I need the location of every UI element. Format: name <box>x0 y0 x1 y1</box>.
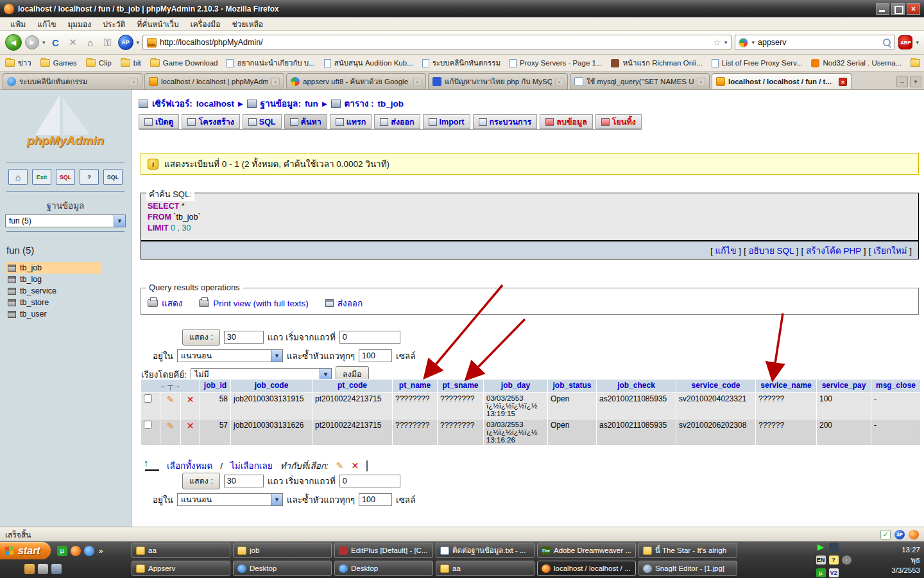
task-button[interactable]: EditPlus [Default] - [C... <box>334 543 433 558</box>
utorrent-tray-icon[interactable]: µ <box>816 568 826 577</box>
green-arrow-tray-icon[interactable]: ▶ <box>816 543 826 552</box>
tab-close-icon[interactable]: × <box>130 78 138 86</box>
sidebar-item-tb-store[interactable]: tb_store <box>5 297 101 308</box>
column-header[interactable]: job_status <box>548 380 597 393</box>
search-input[interactable]: appserv <box>758 38 879 47</box>
tab-sql[interactable]: SQL <box>243 114 282 129</box>
menu-tools[interactable]: เครื่องมือ <box>185 17 226 31</box>
column-header[interactable]: service_name <box>756 380 817 393</box>
start-button[interactable]: start <box>0 542 51 559</box>
bookmark-item[interactable]: อยากแน่ะนำเกียวกับ บ... <box>227 57 314 69</box>
tab-drop[interactable]: โยนทิ้ง <box>595 114 642 129</box>
tray-collapse-chevron[interactable]: ‹ <box>842 556 851 565</box>
create-php-code-link[interactable]: สร้างโค้ด PHP <box>801 243 866 258</box>
status-check-icon[interactable]: ✓ <box>880 530 891 539</box>
mode-select[interactable]: แนวนอน <box>177 349 283 362</box>
adblock-icon[interactable]: ABP <box>898 35 912 49</box>
delete-selected-icon[interactable]: ✕ <box>351 460 359 471</box>
bookmark-item[interactable]: Clip <box>86 59 112 67</box>
tab-list-dropdown-icon[interactable]: ▾ <box>910 76 921 87</box>
task-button[interactable]: ติดต่อฐานข้อมูล.txt - ... <box>436 543 535 558</box>
home-icon[interactable]: ⌂ <box>8 169 28 185</box>
url-dropdown-icon[interactable]: ▾ <box>724 39 728 46</box>
menu-edit[interactable]: แก้ไข <box>32 17 61 31</box>
export-selected-icon[interactable] <box>366 461 368 471</box>
explain-sql-link[interactable]: อธิบาย SQL <box>744 243 799 258</box>
column-header[interactable]: msg_close <box>871 380 921 393</box>
task-button[interactable]: Appserv <box>132 561 230 576</box>
back-button[interactable]: ◄ <box>5 34 22 51</box>
row-select-checkbox[interactable] <box>144 394 152 403</box>
check-all-link[interactable]: เลือกทั้งหมด <box>167 459 212 473</box>
tab-close-icon[interactable]: × <box>697 78 705 86</box>
print-view-link[interactable]: แสดง <box>148 296 182 310</box>
firefox-quicklaunch-icon[interactable] <box>71 546 81 556</box>
task-button[interactable]: Desktop <box>334 561 433 576</box>
database-heading[interactable]: fun (5) <box>0 236 131 262</box>
menu-file[interactable]: แฟ้ม <box>5 17 31 31</box>
show-button[interactable]: แสดง : <box>182 473 220 489</box>
menu-bookmarks[interactable]: ที่คั่นหน้าเว็บ <box>132 17 184 31</box>
column-header[interactable]: pt_code <box>312 380 393 393</box>
search-magnifier-icon[interactable] <box>882 38 891 47</box>
column-header[interactable]: pt_sname <box>438 380 484 393</box>
abp-dropdown-icon[interactable]: ▾ <box>916 39 919 46</box>
tab-export[interactable]: ส่งออก <box>374 114 420 129</box>
history-dropdown-icon[interactable]: ▾ <box>42 39 46 46</box>
home-icon[interactable]: ⌂ <box>83 35 98 49</box>
task-button[interactable]: นี้ The Star - It's alrigh <box>638 543 737 558</box>
row-select-checkbox[interactable] <box>144 421 152 429</box>
query-window-icon[interactable]: SQL <box>103 169 123 185</box>
tab-close-icon[interactable]: × <box>555 78 563 86</box>
close-button[interactable]: × <box>907 3 920 15</box>
tab-empty[interactable]: ลบข้อมูล <box>540 114 593 129</box>
utorrent-quicklaunch-icon[interactable]: µ <box>57 546 67 556</box>
sidebar-item-tb-user[interactable]: tb_user <box>5 308 101 320</box>
maximize-button[interactable] <box>891 3 905 15</box>
delete-row-icon[interactable]: ✕ <box>184 394 197 405</box>
sql-window-icon[interactable]: SQL <box>56 169 75 185</box>
browser-tab[interactable]: localhost / localhost | phpMyAdmin 2...× <box>144 73 284 89</box>
menu-help[interactable]: ช่วยเหลือ <box>227 17 268 31</box>
ap-dropdown-icon[interactable]: ▾ <box>137 39 140 46</box>
export-link[interactable]: ส่งออก <box>325 296 363 310</box>
reload-icon[interactable]: C <box>49 35 63 49</box>
tab-close-icon[interactable]: × <box>839 78 847 86</box>
server2-quicklaunch-icon[interactable] <box>51 564 62 574</box>
bookmark-item[interactable]: Games <box>40 59 77 67</box>
bookmark-item[interactable]: ข่าว <box>5 57 31 69</box>
rows-input[interactable] <box>224 475 264 487</box>
search-engine-dropdown-icon[interactable]: ▾ <box>751 39 755 46</box>
browser-tab-active[interactable]: localhost / localhost / fun / t...× <box>712 73 851 89</box>
messenger-quicklaunch-icon[interactable] <box>84 546 94 556</box>
task-button[interactable]: DwAdobe Dreamweaver ... <box>537 543 636 558</box>
tab-import[interactable]: Import <box>423 114 470 129</box>
help-tray-icon[interactable]: ? <box>829 556 839 565</box>
sidebar-item-tb-job[interactable]: tb_job <box>5 262 101 274</box>
clock[interactable]: 13:27 พุธ 3/3/2553 <box>891 545 920 575</box>
refresh-link[interactable]: เรียกใหม่ <box>869 243 912 258</box>
start-row-input[interactable] <box>339 475 400 487</box>
breadcrumb-table-link[interactable]: tb_job <box>378 99 404 109</box>
mode-select[interactable]: แนวนอน <box>177 493 283 506</box>
bookmark-item[interactable]: สนับสนุน Audition Kub... <box>324 57 413 69</box>
browser-tab[interactable]: แก้ปัญหาภาษาไทย php กับ MySQL (...× <box>428 73 568 89</box>
menu-view[interactable]: มุมมอง <box>62 17 96 31</box>
tab-operations[interactable]: กระบวนการ <box>473 114 538 129</box>
appserv-status-icon[interactable]: AP <box>894 530 905 539</box>
stop-icon[interactable]: ✕ <box>66 35 80 49</box>
forward-button[interactable]: ► <box>25 35 39 49</box>
bookmark-item[interactable]: bit <box>121 59 141 67</box>
column-header[interactable]: pt_name <box>393 380 438 393</box>
edit-row-icon[interactable]: ✎ <box>163 421 178 431</box>
column-header[interactable]: job_day <box>484 380 548 393</box>
tab-structure[interactable]: โครงสร้าง <box>182 114 239 129</box>
url-text[interactable]: http://localhost/phpMyAdmin/ <box>160 38 710 47</box>
minimize-button[interactable] <box>876 3 889 15</box>
key-icon[interactable]: ⚿ <box>101 35 115 49</box>
column-header[interactable]: service_pay <box>817 380 871 393</box>
server-quicklaunch-icon[interactable] <box>38 564 48 574</box>
pma-logo[interactable]: phpMyAdmin <box>0 94 131 158</box>
help-icon[interactable]: ? <box>80 169 99 185</box>
sidebar-item-tb-service[interactable]: tb_service <box>5 285 101 297</box>
